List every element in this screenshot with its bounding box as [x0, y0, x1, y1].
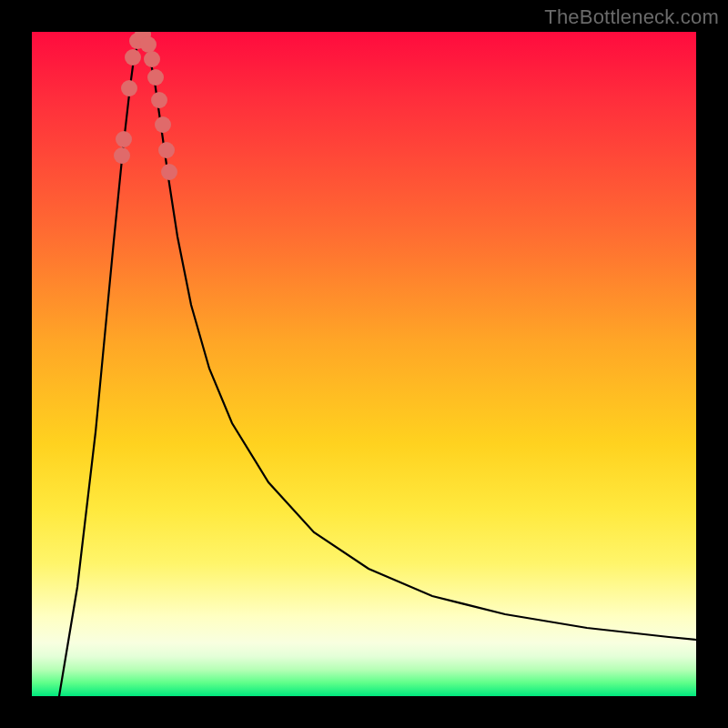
- highlight-dot: [116, 131, 132, 147]
- watermark-text: TheBottleneck.com: [544, 5, 719, 29]
- highlight-dot: [155, 116, 171, 133]
- highlight-dot: [140, 36, 157, 53]
- highlight-dot: [158, 142, 175, 158]
- chart-frame: TheBottleneck.com: [0, 0, 728, 728]
- highlight-dot: [151, 92, 167, 108]
- highlight-dot: [125, 49, 141, 66]
- highlight-dot: [121, 80, 137, 96]
- chart-svg: [32, 32, 696, 696]
- chart-plot-area: [32, 32, 696, 696]
- highlight-dot: [147, 69, 164, 86]
- highlight-dot: [161, 164, 177, 180]
- highlight-dot: [144, 51, 160, 67]
- highlight-dots: [114, 32, 177, 180]
- bottleneck-curve: [59, 37, 696, 696]
- highlight-dot: [114, 147, 130, 164]
